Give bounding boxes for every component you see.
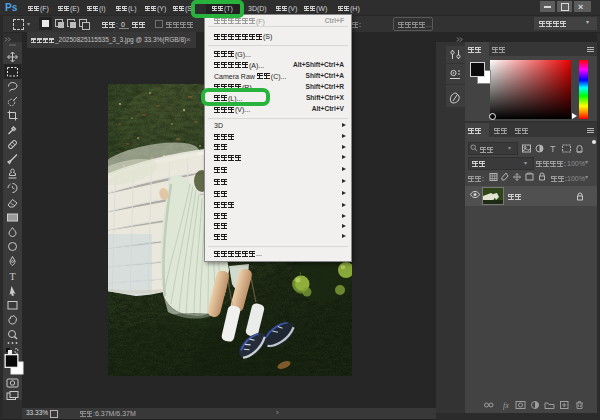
svg-text:fx: fx	[503, 401, 509, 410]
svg-text:T: T	[550, 144, 556, 153]
svg-text:T: T	[9, 271, 15, 282]
